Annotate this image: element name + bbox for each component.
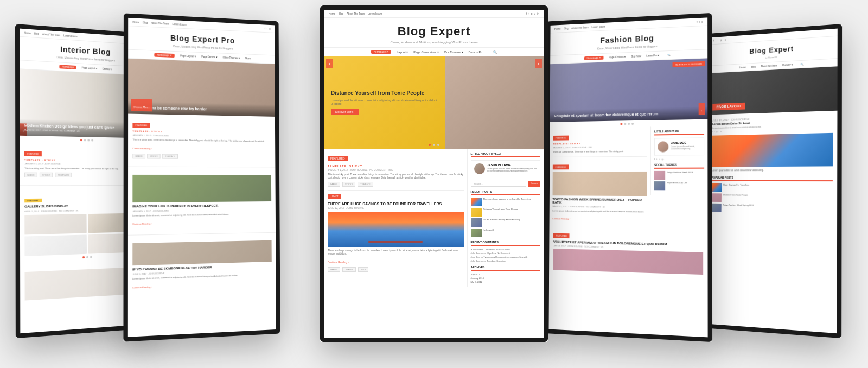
recent-post-2-3: Distance Yourself from Toxic People bbox=[471, 208, 540, 217]
tags-3b: IMAGE TRAVEL TIPS bbox=[328, 267, 464, 272]
recent-thumb-3-3 bbox=[471, 218, 482, 227]
read-more-2[interactable]: Continue Reading › bbox=[132, 147, 151, 149]
article1-meta-4: MARCH 5, 2012 · JOHN BOURNE · NO COMMENT… bbox=[552, 205, 647, 208]
bridge-silhouette-3 bbox=[368, 241, 423, 243]
popular-thumb-1-4 bbox=[654, 171, 665, 180]
sidebar-4: LITTLE ABOUT ME Jane Doe Lorem ipsum dol… bbox=[650, 126, 707, 195]
hero-arrow-left-3[interactable]: ‹ bbox=[326, 59, 333, 68]
post-excerpt-4: There are a few things. There are a few … bbox=[553, 150, 647, 154]
screen-fashion-blog: Home Blog About The Team Lorem Ipsum ftg… bbox=[545, 13, 712, 342]
author-title-4: LITTLE ABOUT ME bbox=[654, 129, 704, 135]
hero-title-3: Distance Yourself from Toxic People bbox=[331, 90, 438, 96]
recent-post-3-3: Do Art is Home: Happy About Art Story bbox=[471, 218, 540, 227]
hero-btn-2[interactable]: Discover More › bbox=[131, 99, 152, 111]
author-name-3: JASON BOURNE bbox=[487, 163, 537, 167]
article1-meta-2: JANUARY 5, 2017 · JOHN BOURNE bbox=[132, 208, 271, 212]
post-excerpt-2: This is a sticky post. There are a few t… bbox=[132, 138, 271, 143]
read-more-2b[interactable]: Continue Reading › bbox=[132, 285, 152, 289]
article1-image-2 bbox=[132, 175, 271, 202]
nav-links-2: Home Blog About The Team Lorem Ipsum bbox=[132, 21, 186, 26]
search-box-3[interactable]: Search... bbox=[471, 181, 527, 187]
tags-3: IMAGE STICKY TEMPATE bbox=[328, 182, 464, 187]
article2-badge-4: Featured bbox=[553, 233, 570, 238]
archive-3-3: Mar 8, 2012 bbox=[471, 281, 540, 283]
hero-arrow-right-3[interactable]: › bbox=[535, 59, 542, 68]
read-more-4[interactable]: Continue Reading › bbox=[552, 217, 570, 220]
social-icons-4: ftg bbox=[697, 20, 703, 24]
nav-homepage-1[interactable]: Homepage bbox=[59, 65, 76, 69]
recent-comments-title-3: RECENT COMMENTS bbox=[471, 240, 540, 246]
author-info-4: Jane Doe Lorem ipsum dolor sit amet, con… bbox=[671, 141, 701, 150]
popular-2-4: Style Meets City Life bbox=[654, 181, 704, 191]
author-avatar-3 bbox=[474, 163, 485, 174]
recent-post-1-3: There are huge savings to be found for T… bbox=[471, 198, 540, 206]
popular-text-1-5: Huge Savings For Travellers bbox=[723, 183, 749, 192]
recent-text-1-3: There are huge savings to be found for T… bbox=[483, 198, 531, 206]
nav-links-4: Home Blog About The Team Lorem Ipsum bbox=[554, 25, 605, 30]
nav-homepage-2[interactable]: Homepage ✕ bbox=[154, 53, 175, 58]
post-meta-2: JANUARY 1, 2012 · JOHN BOURNE bbox=[132, 134, 271, 138]
author-avatar-4 bbox=[658, 141, 668, 152]
content-area-3: Featured TEMPLATE: STICKY JANUARY 1, 201… bbox=[324, 149, 544, 287]
hero-section-4: Voluptate et aperiam at tream fun dolore… bbox=[550, 58, 708, 122]
page-layout-label-5: PAGE LAYOUT bbox=[712, 103, 745, 111]
popular-3-5: Tokyo Fashion Week Spring 2018 bbox=[711, 204, 833, 214]
popular-thumb-2-4 bbox=[654, 181, 665, 190]
featured-label-2: Featured bbox=[132, 123, 150, 128]
nav-links-1: Home Blog About The Team Lorem Ipsum bbox=[24, 31, 77, 38]
post-meta-3: JANUARY 1, 2012 · JOHN BOURNE · NO COMME… bbox=[328, 169, 464, 172]
hero-lorem-3: Lorem ipsum dolor sit amet consectetur a… bbox=[331, 99, 438, 105]
popular-text-2-5: Distance from Toxic People bbox=[723, 193, 748, 202]
article2-image-4 bbox=[553, 249, 703, 275]
gallery-item-1 bbox=[24, 214, 86, 234]
recent-thumb-1-3 bbox=[471, 198, 482, 206]
featured-label-3: Featured bbox=[328, 156, 348, 161]
read-more-3[interactable]: Continue Reading › bbox=[328, 261, 349, 264]
hero-btn-4[interactable]: › bbox=[698, 103, 705, 115]
social-icons-2: ftg bbox=[265, 27, 271, 30]
main-content-4: Featured TEMPLATE: STICKY JANUARY 2, 201… bbox=[550, 126, 651, 226]
hero-title-4: Voluptate et aperiam at tream fun dolore… bbox=[554, 111, 703, 117]
hero-section-2: If you wanna be someone else try harder … bbox=[128, 59, 275, 117]
nav-homepage-4[interactable]: Homepage ✕ bbox=[584, 56, 604, 60]
popular-2-5: Distance from Toxic People bbox=[711, 193, 833, 203]
travel-image-3 bbox=[328, 212, 464, 247]
author-bio-3: Lorem ipsum dolor sit amet, consectetur … bbox=[487, 168, 537, 172]
featured-label-1: Featured bbox=[24, 151, 42, 157]
article1-title-2: IMAGINE YOUR LIFE IS PERFECT IN EVERY RE… bbox=[132, 204, 271, 208]
article1-badge-3: Today bbox=[328, 194, 341, 199]
post-meta-4: JANUARY 2, 2012 · JOHN BOURNE · 89K bbox=[553, 145, 647, 149]
travel-image-5 bbox=[712, 133, 833, 167]
social-links-4: f t p g+ bbox=[654, 157, 704, 161]
search-row-3: Search... Search bbox=[471, 181, 540, 187]
read-more-2a[interactable]: Continue Reading › bbox=[132, 223, 152, 226]
archives-title-3: ARCHIVES bbox=[471, 265, 540, 271]
discover-btn-3[interactable]: Discover More › bbox=[331, 109, 359, 115]
search-btn-3[interactable]: Search bbox=[528, 181, 540, 187]
article1-section-2: IMAGINE YOUR LIFE IS PERFECT IN EVERY RE… bbox=[128, 170, 276, 231]
nav-homepage-3[interactable]: Homepage ✕ bbox=[371, 50, 391, 54]
comment-3-3: Jane Doe on Typography Homework (no pass… bbox=[471, 256, 540, 258]
popular-title-5: POPULAR POSTS bbox=[712, 176, 833, 181]
popular-text-2-4: Style Meets City Life bbox=[667, 181, 687, 190]
hero-dots-3 bbox=[429, 144, 439, 146]
hero-yellow-3: Distance Yourself from Toxic People Lore… bbox=[324, 56, 445, 149]
archive-2-3: January 2016 bbox=[471, 277, 540, 280]
content-area-4: Featured TEMPLATE: STICKY JANUARY 2, 201… bbox=[550, 126, 708, 227]
nav-links-5: ftpy bbox=[713, 39, 726, 42]
top-nav-3: Home Blog About The Team Lorem Ipsum ftp… bbox=[324, 10, 544, 18]
article1-excerpt-4: Lorem ipsum dolor sit amet consectetur a… bbox=[552, 209, 647, 213]
secondary-nav-3: Homepage ✕ Layout ▾ Page Generators ▾ Ou… bbox=[324, 47, 544, 56]
hero-title-2: If you wanna be someone else try harder bbox=[132, 105, 271, 112]
popular-thumb-2-5 bbox=[711, 193, 722, 202]
recent-posts-title-3: RECENT POSTS bbox=[471, 190, 540, 195]
gallery-badge-1: Featured bbox=[24, 198, 42, 202]
screen-blog-expert-pro: Home Blog About The Team Lorem Ipsum ftg… bbox=[123, 13, 280, 341]
recent-text-3-3: Do Art is Home: Happy About Art Story bbox=[483, 218, 520, 227]
content-2-sticky: Featured TEMPLATE: STICKY JANUARY 1, 201… bbox=[128, 114, 275, 164]
main-content-3: Featured TEMPLATE: STICKY JANUARY 1, 201… bbox=[324, 149, 467, 275]
article1-badge-4: Featured bbox=[553, 164, 569, 169]
archive-1-3: July 2017 bbox=[471, 273, 540, 276]
recent-thumb-4-3 bbox=[471, 229, 482, 237]
sidebar-3: LITTLE ABOUT MYSELF JASON BOURNE Lorem i… bbox=[467, 149, 544, 287]
